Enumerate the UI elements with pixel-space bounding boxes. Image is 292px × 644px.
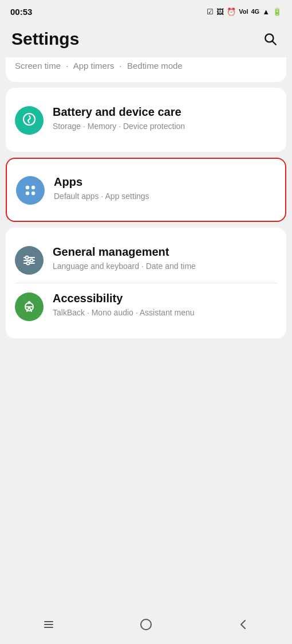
screen-time-label: Screen time xyxy=(15,61,61,71)
storage-label: Storage xyxy=(53,122,81,131)
device-protection-label: Device protection xyxy=(123,122,185,131)
svg-point-6 xyxy=(31,191,35,194)
apps-subtitle: Default apps · App settings xyxy=(54,191,276,202)
language-keyboard-label: Language and keyboard xyxy=(53,261,139,271)
general-item[interactable]: General management Language and keyboard… xyxy=(15,237,277,283)
assistant-menu-label: Assistant menu xyxy=(140,308,195,317)
status-bar: 00:53 ☑ 🖼 ⏰ Vol 4G ▲ 🔋 xyxy=(0,0,292,23)
alarm-icon: ⏰ xyxy=(227,7,236,16)
svg-point-12 xyxy=(27,261,30,264)
date-time-label: Date and time xyxy=(146,261,196,271)
top-card-subtitle: Screen time · App timers · Bedtime mode xyxy=(15,60,277,73)
memory-label: Memory xyxy=(88,122,117,131)
battery-item[interactable]: Battery and device care Storage · Memory… xyxy=(15,97,277,143)
battery-title: Battery and device care xyxy=(53,105,277,119)
vol-icon: Vol xyxy=(239,8,248,15)
accessibility-icon-wrap xyxy=(15,292,44,321)
accessibility-title: Accessibility xyxy=(53,291,277,306)
svg-line-1 xyxy=(273,41,276,45)
image-icon: 🖼 xyxy=(216,7,224,16)
page-title: Settings xyxy=(11,29,79,49)
search-icon xyxy=(263,32,278,46)
battery-card[interactable]: Battery and device care Storage · Memory… xyxy=(6,88,286,152)
bedtime-mode-label: Bedtime mode xyxy=(127,61,183,71)
status-time: 00:53 xyxy=(10,7,32,17)
battery-icon-wrap xyxy=(15,106,44,135)
svg-point-5 xyxy=(26,191,29,194)
battery-device-icon xyxy=(21,111,37,130)
battery-text: Battery and device care Storage · Memory… xyxy=(53,105,277,132)
header: Settings xyxy=(0,23,292,57)
apps-icon-wrap xyxy=(16,176,45,205)
general-text: General management Language and keyboard… xyxy=(53,245,277,272)
svg-rect-21 xyxy=(141,619,151,630)
top-partial-card: Screen time · App timers · Bedtime mode xyxy=(6,57,286,82)
recents-icon xyxy=(42,618,55,631)
accessibility-person-icon xyxy=(21,299,37,315)
general-title: General management xyxy=(53,245,277,259)
apps-item[interactable]: Apps Default apps · App settings xyxy=(16,167,276,213)
svg-point-3 xyxy=(26,185,29,189)
mono-audio-label: Mono audio xyxy=(92,308,133,317)
accessibility-text: Accessibility TalkBack · Mono audio · As… xyxy=(53,291,277,319)
checkbox-icon: ☑ xyxy=(207,7,214,16)
general-accessibility-card-inner: General management Language and keyboard… xyxy=(6,228,286,338)
4g-icon: 4G xyxy=(251,8,259,15)
signal-icon: ▲ xyxy=(262,7,270,16)
app-timers-label: App timers xyxy=(73,61,115,71)
general-subtitle: Language and keyboard · Date and time xyxy=(53,261,277,272)
talkback-label: TalkBack xyxy=(53,308,85,317)
svg-point-10 xyxy=(26,256,29,259)
accessibility-item[interactable]: Accessibility TalkBack · Mono audio · As… xyxy=(15,283,277,329)
nav-recents-button[interactable] xyxy=(31,613,66,636)
nav-back-button[interactable] xyxy=(226,613,261,636)
svg-point-11 xyxy=(30,259,33,261)
accessibility-subtitle: TalkBack · Mono audio · Assistant menu xyxy=(53,307,277,319)
battery-card-inner: Battery and device care Storage · Memory… xyxy=(6,88,286,152)
apps-card[interactable]: Apps Default apps · App settings xyxy=(6,158,286,222)
back-icon xyxy=(237,618,250,631)
apps-title: Apps xyxy=(54,175,276,189)
search-button[interactable] xyxy=(260,29,281,49)
general-icon-wrap xyxy=(15,246,44,275)
nav-home-button[interactable] xyxy=(129,613,163,636)
general-sliders-icon xyxy=(21,252,37,268)
home-icon xyxy=(139,618,153,631)
apps-card-inner: Apps Default apps · App settings xyxy=(6,158,286,222)
battery-subtitle: Storage · Memory · Device protection xyxy=(53,121,277,132)
apps-grid-icon xyxy=(22,182,38,198)
general-accessibility-card: General management Language and keyboard… xyxy=(6,228,286,338)
default-apps-label: Default apps xyxy=(54,192,99,201)
battery-icon: 🔋 xyxy=(273,7,282,16)
app-settings-label: App settings xyxy=(105,192,149,201)
apps-text: Apps Default apps · App settings xyxy=(54,175,276,202)
bottom-nav xyxy=(0,610,292,644)
status-icons: ☑ 🖼 ⏰ Vol 4G ▲ 🔋 xyxy=(207,7,282,16)
svg-point-4 xyxy=(31,185,35,189)
